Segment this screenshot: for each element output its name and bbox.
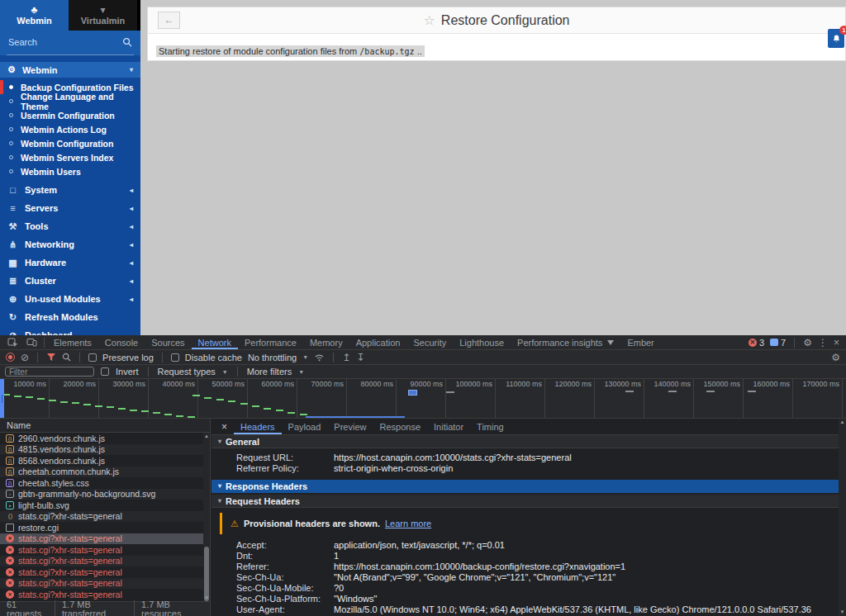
devtools-tab[interactable]: Network	[192, 335, 238, 349]
filter-funnel-icon[interactable]	[46, 353, 56, 362]
back-button[interactable]: ←	[158, 12, 180, 29]
inspect-element-icon[interactable]	[3, 338, 22, 348]
learn-more-link[interactable]: Learn more	[385, 519, 431, 528]
invert-label[interactable]: Invert	[116, 367, 139, 377]
error-count-badge[interactable]: ✕ 3	[749, 338, 764, 348]
sidebar-group[interactable]: ⚒ Tools ◂	[0, 217, 140, 235]
network-conditions-icon[interactable]	[314, 353, 325, 362]
header-row: Accept: application/json, text/javascrip…	[212, 539, 839, 550]
request-row[interactable]: restore.cgi	[0, 522, 203, 533]
device-toolbar-icon[interactable]	[22, 338, 41, 347]
request-row[interactable]: stats.cgi?xhr-stats=general	[0, 544, 203, 556]
request-row[interactable]: stats.cgi?xhr-stats=general	[0, 533, 203, 545]
close-devtools-icon[interactable]: ×	[834, 338, 839, 348]
sidebar-item[interactable]: Usermin Configuration	[0, 108, 140, 122]
sidebar-item[interactable]: Webmin Users	[0, 164, 140, 178]
request-row[interactable]: stats.cgi?xhr-stats=general	[0, 556, 203, 567]
timeline-range-handle[interactable]	[0, 379, 4, 419]
sidebar-item[interactable]: Webmin Servers Index	[0, 150, 140, 164]
product-tab[interactable]: ♣ Webmin	[0, 0, 69, 31]
devtools-tab[interactable]: Security	[406, 335, 453, 349]
network-settings-gear-icon[interactable]: ⚙	[831, 353, 840, 362]
request-activity-dash-gray	[625, 391, 634, 392]
detail-scrollbar[interactable]: ▲ ▼	[839, 419, 846, 616]
search-network-icon[interactable]	[62, 353, 71, 362]
request-activity-dash	[118, 408, 126, 410]
devtools-tab[interactable]: Memory	[303, 335, 349, 349]
request-row[interactable]: stats.cgi?xhr-stats=general	[0, 511, 203, 523]
request-row[interactable]: stats.cgi?xhr-stats=general	[0, 589, 203, 600]
sidebar-item[interactable]: Change Language and Theme	[0, 94, 140, 108]
close-detail-icon[interactable]: ×	[216, 421, 232, 433]
invert-checkbox[interactable]	[101, 367, 109, 376]
throttling-select[interactable]: No throttling	[248, 353, 297, 362]
sidebar-group[interactable]: ⊘ Dashboard	[0, 326, 140, 335]
sidebar-group[interactable]: ≣ Cluster ◂	[0, 272, 140, 290]
scroll-up-icon[interactable]: ▲	[203, 433, 210, 439]
preserve-log-checkbox[interactable]	[88, 353, 97, 362]
import-har-icon[interactable]: ↥	[342, 353, 350, 362]
network-overview-timeline[interactable]: 10000 ms 20000 ms 30000 ms 40000 ms 5000…	[0, 379, 846, 419]
request-activity-dash	[37, 398, 45, 400]
more-filters-dropdown[interactable]: More filters	[247, 367, 292, 377]
request-row[interactable]: stats.cgi?xhr-stats=general	[0, 566, 203, 578]
devtools-tabbar-right: ✕ 3 7 ⚙ ⋮ ×	[749, 338, 843, 348]
devtools-tab[interactable]: Ember	[620, 335, 660, 349]
sidebar-group[interactable]: ▦ Hardware ◂	[0, 254, 140, 272]
requests-scrollbar[interactable]: ▲ ▼	[203, 433, 210, 601]
settings-gear-icon[interactable]: ⚙	[803, 338, 812, 348]
sidebar-group[interactable]: ⋔ Networking ◂	[0, 235, 140, 254]
kebab-menu-icon[interactable]: ⋮	[818, 338, 828, 348]
response-headers-section-header[interactable]: ▾ Response Headers	[212, 480, 839, 493]
request-row[interactable]: 8568.vendors.chunk.js	[0, 455, 203, 467]
detail-tab[interactable]: Headers	[234, 419, 282, 434]
sidebar-group[interactable]: ≡ Servers ◂	[0, 199, 140, 217]
devtools-tab[interactable]: Performance insights	[511, 335, 620, 349]
network-filter-input[interactable]	[5, 367, 94, 377]
request-headers-section-header[interactable]: ▾ Request Headers	[212, 495, 839, 508]
general-section-header[interactable]: ▾ General	[212, 435, 839, 448]
notifications-button[interactable]: 1	[828, 29, 844, 48]
devtools-tab[interactable]: Elements	[47, 335, 98, 349]
devtools-tab[interactable]: Performance	[238, 335, 303, 349]
devtools-tab[interactable]: Console	[98, 335, 145, 349]
devtools-tab[interactable]: Application	[349, 335, 407, 349]
request-types-dropdown[interactable]: Request types	[158, 367, 216, 377]
file-type-icon	[6, 534, 14, 543]
devtools-tab[interactable]: Lighthouse	[453, 335, 511, 349]
favorite-star-icon[interactable]: ☆	[424, 12, 435, 28]
sidebar-section-webmin[interactable]: ⚙ Webmin ▾	[0, 62, 140, 78]
disable-cache-checkbox[interactable]	[171, 353, 179, 362]
detail-tab[interactable]: Preview	[327, 419, 373, 434]
sidebar-group[interactable]: ⊕ Un-used Modules ◂	[0, 290, 140, 308]
scroll-up-icon[interactable]: ▲	[839, 419, 846, 426]
devtools-tab[interactable]: Sources	[145, 335, 191, 349]
detail-tab[interactable]: Payload	[282, 419, 328, 434]
scrollbar-thumb[interactable]	[204, 547, 209, 601]
detail-tab[interactable]: Initiator	[427, 419, 470, 434]
preserve-log-label[interactable]: Preserve log	[102, 353, 154, 362]
product-tab[interactable]: ▾ Virtualmin	[69, 0, 137, 31]
sidebar-group[interactable]: ↻ Refresh Modules	[0, 308, 140, 326]
request-row[interactable]: gbtn-grammarly-no-background.svg	[0, 489, 203, 500]
request-row[interactable]: cheetah.common.chunk.js	[0, 467, 203, 478]
request-row[interactable]: stats.cgi?xhr-stats=general	[0, 578, 203, 590]
search-icon[interactable]	[122, 37, 132, 47]
detail-tab[interactable]: Timing	[470, 419, 511, 434]
name-column-header[interactable]: Name	[0, 419, 210, 433]
search-input[interactable]	[8, 31, 116, 54]
disable-cache-label[interactable]: Disable cache	[185, 353, 242, 362]
sidebar-item[interactable]: Webmin Actions Log	[0, 122, 140, 136]
record-button[interactable]	[6, 353, 15, 362]
clear-icon[interactable]: ⊘	[21, 353, 29, 362]
request-row[interactable]: light-bulb.svg	[0, 500, 203, 511]
request-row[interactable]: 2960.vendors.chunk.js	[0, 433, 203, 444]
detail-tab[interactable]: Response	[373, 419, 427, 434]
request-row[interactable]: cheetah.styles.css	[0, 477, 203, 489]
sidebar-group[interactable]: □ System ◂	[0, 181, 140, 199]
console-message-badge[interactable]: 7	[770, 338, 786, 348]
scroll-down-icon[interactable]: ▼	[839, 609, 846, 616]
sidebar-item[interactable]: Webmin Configuration	[0, 136, 140, 150]
export-har-icon[interactable]: ↧	[356, 353, 364, 362]
request-row[interactable]: 4815.vendors.chunk.js	[0, 444, 203, 456]
